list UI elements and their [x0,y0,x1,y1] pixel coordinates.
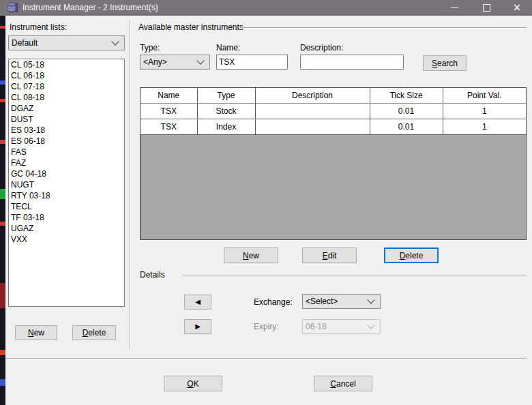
chevron-down-icon [111,38,119,45]
list-item[interactable]: ES 06-18 [9,136,124,147]
background-chart-fragment [0,140,5,144]
chevron-down-icon [367,296,374,303]
background-chart-fragment [0,222,5,226]
table-cell: 0.01 [370,119,443,135]
type-label: Type: [140,43,160,52]
instrument-new-button[interactable]: New [224,247,278,263]
type-select[interactable]: <Any> [140,55,210,70]
list-item[interactable]: ES 03-18 [9,125,124,136]
instrument-listbox[interactable]: CL 05-18CL 06-18CL 07-18CL 08-18DGAZDUST… [8,59,125,307]
grid-column-header: Description [255,88,370,104]
grid-column-header: Name [141,88,197,104]
background-chart-fragment [0,99,5,102]
grid-column-header: Type [197,88,255,104]
master-section-rule [240,27,527,28]
list-item[interactable]: FAS [9,147,124,158]
description-input[interactable] [300,55,404,70]
list-item[interactable]: GC 04-18 [9,168,124,179]
minimize-button[interactable] [443,0,466,16]
background-window-strip [0,16,5,405]
list-item[interactable]: DUST [9,114,124,125]
list-item[interactable]: CL 06-18 [9,70,124,81]
instrument-delete-button[interactable]: Delete [384,247,439,263]
list-item[interactable]: UGAZ [9,223,124,234]
list-item[interactable]: CL 07-18 [9,81,124,92]
list-item[interactable]: CL 05-18 [9,59,124,70]
maximize-icon [483,4,490,12]
table-row[interactable]: TSXIndex0.011 [141,119,526,135]
list-delete-button[interactable]: Delete [72,325,116,340]
app-database-icon [7,2,18,14]
table-cell: TSX [141,104,197,119]
table-row[interactable]: TSXStock0.011 [141,104,526,119]
instrument-list-selector-value: Default [9,38,113,48]
grid-column-header: Tick Size [370,88,443,104]
expiry-label: Expiry: [254,322,279,331]
window-title: Instrument Manager - 2 Instrument(s) [23,0,158,16]
table-cell: Index [197,119,255,135]
panel-divider [130,20,130,349]
ok-button[interactable]: OK [164,376,222,391]
name-input[interactable] [216,55,288,70]
left-arrow-icon: ◀ [195,299,201,305]
table-cell: 1 [443,119,526,135]
list-item[interactable]: FAZ [9,158,124,168]
move-right-button[interactable]: ▶ [184,319,211,334]
list-new-button[interactable]: New [15,325,57,340]
title-bar[interactable]: Instrument Manager - 2 Instrument(s) × [0,0,532,16]
list-item[interactable]: RTY 03-18 [9,190,124,201]
expiry-select: 06-18 [302,319,381,334]
name-label: Name: [216,43,240,52]
background-chart-fragment [0,379,5,386]
minimize-icon [451,7,458,8]
table-cell [255,119,370,135]
right-arrow-icon: ▶ [195,323,201,330]
type-select-value: <Any> [141,57,198,67]
exchange-label: Exchange: [254,297,293,307]
details-section-title: Details [140,270,165,280]
details-section-rule [182,275,527,275]
footer-rule [5,358,527,359]
list-item[interactable]: NUGT [9,179,124,190]
table-cell: TSX [141,119,197,135]
master-instruments-table[interactable]: NameTypeDescriptionTick SizePoint Val. T… [141,88,526,135]
instrument-list-selector[interactable]: Default [8,35,125,50]
table-cell: 0.01 [370,104,443,119]
description-label: Description: [300,43,343,52]
list-item[interactable]: DGAZ [9,103,124,114]
instrument-edit-button[interactable]: Edit [302,247,357,263]
background-chart-fragment [0,26,5,29]
search-button[interactable]: Search [423,55,467,71]
table-cell: 1 [443,104,526,119]
list-item[interactable]: VXX [9,234,124,245]
chevron-down-icon [196,57,204,64]
list-item[interactable]: TECL [9,201,124,212]
instrument-lists-label: Instrument lists: [10,22,67,32]
instrument-manager-dialog: Instrument Manager - 2 Instrument(s) × I… [0,0,532,405]
master-instruments-grid[interactable]: NameTypeDescriptionTick SizePoint Val. T… [140,87,527,240]
maximize-button[interactable] [475,0,498,16]
close-button[interactable]: × [505,0,529,16]
background-chart-fragment [0,283,5,308]
list-item[interactable]: TF 03-18 [9,212,124,223]
list-item[interactable]: CL 08-18 [9,92,124,103]
table-cell [255,104,370,119]
exchange-select-value: <Select> [303,297,368,306]
background-chart-fragment [0,80,5,85]
grid-column-header: Point Val. [443,88,526,104]
background-chart-fragment [0,350,5,355]
table-cell: Stock [197,104,255,119]
move-left-button[interactable]: ◀ [184,295,211,310]
exchange-select[interactable]: <Select> [302,294,381,309]
chevron-down-icon [367,321,374,329]
expiry-select-value: 06-18 [303,322,368,331]
close-icon: × [513,3,522,13]
grid-header-row: NameTypeDescriptionTick SizePoint Val. [141,88,526,104]
background-chart-fragment [0,189,5,199]
master-section-title: Available master instruments [138,22,243,32]
cancel-button[interactable]: Cancel [314,376,372,391]
